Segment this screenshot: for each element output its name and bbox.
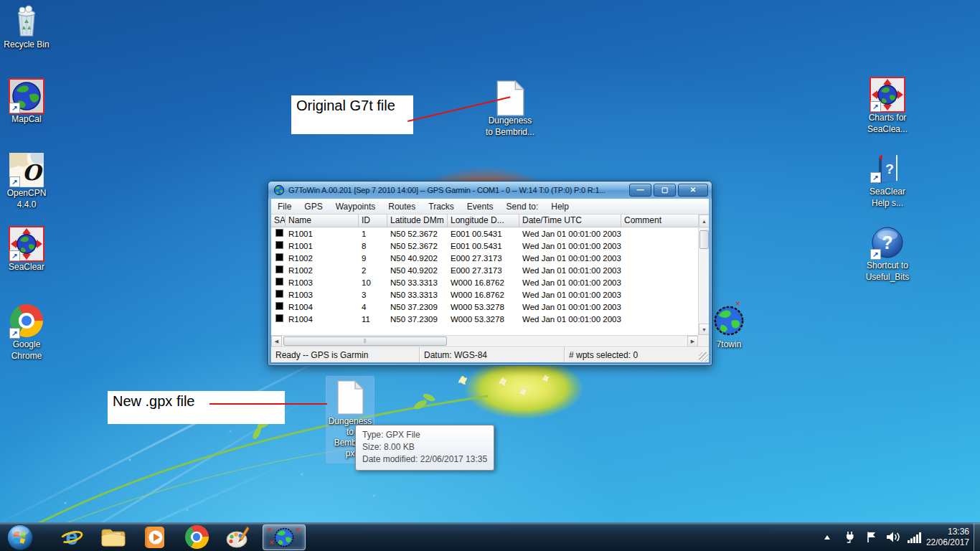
menu-waypoints[interactable]: Waypoints <box>329 199 382 214</box>
tray-action-center[interactable] <box>863 523 880 551</box>
menu-routes[interactable]: Routes <box>382 199 422 214</box>
cell-id: 10 <box>359 278 387 287</box>
tray-expand-button[interactable] <box>819 523 836 551</box>
chrome-icon <box>185 525 209 549</box>
clock-date: 22/06/2017 <box>923 537 969 548</box>
desktop-icon-seaclear[interactable]: ↗ SeaClear <box>0 227 59 273</box>
taskbar-wmp-button[interactable] <box>139 523 171 551</box>
menu-gps[interactable]: GPS <box>298 199 329 214</box>
table-row[interactable]: R1001 8 N50 52.3672 E001 00.5431 Wed Jan… <box>271 240 698 252</box>
desktop-icon-opencpn[interactable]: O ↗ OpenCPN 4.4.0 <box>0 153 59 210</box>
table-row[interactable]: R1004 4 N50 37.2309 W000 53.3278 Wed Jan… <box>271 301 698 313</box>
sa-cell <box>271 241 286 250</box>
scroll-up-arrow-icon[interactable]: ▲ <box>699 215 709 227</box>
menu-help[interactable]: Help <box>545 199 575 214</box>
cell-datetime: Wed Jan 01 00:01:00 2003 <box>519 278 621 287</box>
horizontal-scroll-thumb[interactable]: ⦀ <box>283 336 447 346</box>
vertical-scrollbar[interactable]: ▲ ▼ <box>698 215 709 335</box>
tray-volume-icon <box>886 531 900 543</box>
menu-file[interactable]: File <box>271 199 298 214</box>
desktop-icon-google-chrome[interactable]: ↗ Google Chrome <box>0 303 59 362</box>
table-row[interactable]: R1004 11 N50 37.2309 W000 53.3278 Wed Ja… <box>271 313 698 325</box>
sa-flag-icon <box>275 290 283 298</box>
tray-network[interactable] <box>906 523 923 551</box>
start-orb-icon <box>6 524 34 551</box>
vertical-scroll-thumb[interactable] <box>699 230 709 249</box>
sa-flag-icon <box>275 241 283 249</box>
table-row[interactable]: R1002 2 N50 40.9202 E000 27.3173 Wed Jan… <box>271 264 698 276</box>
desktop-icon-charts-for-seaclear[interactable]: ↗ Charts for SeaClea... <box>855 77 920 135</box>
tray-eject-device[interactable] <box>842 523 859 551</box>
column-header-longitude[interactable]: Longitude D... <box>448 215 519 227</box>
menu-send-to[interactable]: Send to: <box>500 199 545 214</box>
horizontal-scrollbar[interactable]: ◀ ⦀ ▶ <box>271 335 698 347</box>
resize-grip[interactable] <box>699 352 708 362</box>
maximize-button[interactable]: ▢ <box>654 184 676 197</box>
column-header-sa[interactable]: SA <box>271 215 286 227</box>
table-row[interactable]: R1003 3 N50 33.3313 W000 16.8762 Wed Jan… <box>271 288 698 301</box>
table-row[interactable]: R1003 10 N50 33.3313 W000 16.8762 Wed Ja… <box>271 276 698 288</box>
tray-network-icon <box>908 532 922 543</box>
sa-flag-icon <box>275 253 283 261</box>
annotation-arrow-line <box>209 403 327 405</box>
cell-id: 11 <box>359 315 387 324</box>
taskbar-clock[interactable]: 13:36 22/06/2017 <box>923 527 974 548</box>
menu-events[interactable]: Events <box>461 199 500 214</box>
icon-label: Recycle Bin <box>0 39 59 50</box>
wmp-icon <box>143 525 167 550</box>
cell-latitude: N50 40.9202 <box>387 254 448 263</box>
wallpaper-yellow-orb <box>463 357 584 426</box>
cell-id: 1 <box>359 230 387 238</box>
table-row[interactable]: R1001 1 N50 52.3672 E001 00.5431 Wed Jan… <box>271 227 698 240</box>
scroll-right-arrow-icon[interactable]: ▶ <box>687 336 698 347</box>
icon-label: 4.4.0 <box>0 199 59 210</box>
desktop-icon-seaclear-help[interactable]: ? ↗ SeaClear Help s... <box>855 151 920 209</box>
icon-label: MapCal <box>0 113 59 125</box>
paint-icon <box>225 525 251 550</box>
column-header-latitude[interactable]: Latitude DMm <box>387 215 448 227</box>
cell-longitude: W000 16.8762 <box>448 278 519 287</box>
column-header-datetime[interactable]: Date/Time UTC <box>519 215 621 227</box>
clock-time: 13:36 <box>923 527 969 537</box>
cell-latitude: N50 33.3313 <box>387 291 448 299</box>
taskbar-explorer-button[interactable] <box>98 523 129 551</box>
window-title: G7ToWin A.00.201 [Sep 7 2010 14:00] -- G… <box>288 186 629 194</box>
tray-volume[interactable] <box>885 523 902 551</box>
icon-label: SeaClear <box>0 261 59 273</box>
red-x-mark: ✕ <box>269 540 274 546</box>
scroll-down-arrow-icon[interactable]: ▼ <box>699 324 709 335</box>
show-desktop-button[interactable] <box>974 523 980 551</box>
desktop: Recycle Bin ↗ MapCal O ↗ OpenCPN 4.4.0 <box>0 0 980 551</box>
close-button[interactable]: ✕ <box>678 184 708 197</box>
cell-longitude: E001 00.5431 <box>448 242 519 250</box>
scroll-left-arrow-icon[interactable]: ◀ <box>271 336 282 347</box>
taskbar-ie-button[interactable]: e <box>56 523 88 551</box>
desktop-icon-useful-bits[interactable]: ? ↗ Shortcut to Useful_Bits <box>855 225 920 283</box>
cell-datetime: Wed Jan 01 00:01:00 2003 <box>519 230 621 238</box>
status-selected-count: # wpts selected: 0 <box>565 347 709 362</box>
desktop-icon-g7t-file[interactable]: Dungeness to Bembrid... <box>478 80 542 138</box>
red-x-mark: ✕ <box>735 301 740 307</box>
desktop-icon-mapcal[interactable]: ↗ MapCal <box>0 79 59 125</box>
recycle-bin-icon <box>9 4 44 39</box>
annotation-text: Original G7t file <box>296 98 395 113</box>
taskbar-chrome-button[interactable] <box>181 523 212 551</box>
desktop-icon-recycle-bin[interactable]: Recycle Bin <box>0 4 59 50</box>
waypoint-rows: R1001 1 N50 52.3672 E001 00.5431 Wed Jan… <box>271 227 698 335</box>
icon-label: Shortcut to <box>855 260 920 271</box>
menu-tracks[interactable]: Tracks <box>422 199 461 214</box>
tooltip-size: Size: 8.00 KB <box>362 441 487 453</box>
minimize-button[interactable]: — <box>629 184 651 197</box>
column-header-comment[interactable]: Comment <box>621 215 698 227</box>
column-header-name[interactable]: Name <box>286 215 359 227</box>
shortcut-arrow-icon: ↗ <box>9 103 20 113</box>
taskbar-g7towin-button-active[interactable]: ✕ ✕ ✕ <box>263 524 306 550</box>
column-header-id[interactable]: ID <box>359 215 387 227</box>
cell-id: 8 <box>359 242 387 250</box>
table-row[interactable]: R1002 9 N50 40.9202 E000 27.3173 Wed Jan… <box>271 252 698 264</box>
shortcut-arrow-icon: ↗ <box>9 328 20 339</box>
start-button[interactable] <box>0 523 40 551</box>
taskbar-paint-button[interactable] <box>222 523 254 551</box>
taskbar: e <box>0 522 980 551</box>
window-titlebar[interactable]: G7ToWin A.00.201 [Sep 7 2010 14:00] -- G… <box>268 182 712 199</box>
